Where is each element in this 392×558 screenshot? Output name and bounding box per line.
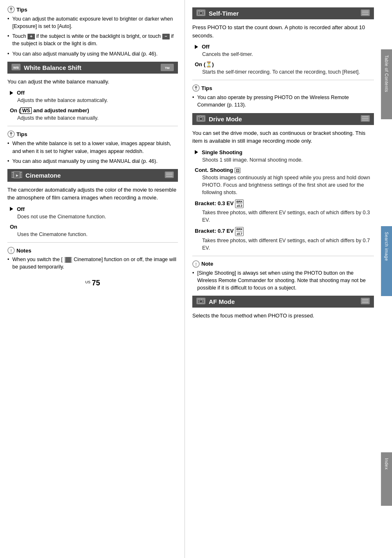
tips-wb-title: Tips [16, 131, 28, 137]
self-timer-desc: Press PHOTO to start the count down. A p… [192, 23, 374, 39]
tips-top-header: Tips [7, 6, 178, 13]
note-drive-title: Note [201, 261, 213, 267]
svg-rect-26 [65, 257, 71, 263]
svg-rect-28 [71, 257, 72, 262]
drive-option-single-title: Single Shooting [195, 149, 374, 155]
timer-option-on: On (⏳) Starts the self-timer recording. … [192, 61, 374, 76]
wb-option-on-title: On (WS and adjusted number) [10, 107, 178, 113]
tips-timer-list: You can also operate by pressing PHOTO o… [192, 94, 374, 109]
list-item: You can also adjust manually by using th… [7, 157, 178, 165]
list-item: You can also adjust manually by using th… [7, 50, 178, 58]
list-item: You can adjust the automatic exposure le… [7, 15, 178, 30]
white-balance-desc: You can adjust the white balance manuall… [7, 78, 178, 86]
arrow-icon [195, 45, 198, 49]
timer-option-on-title: On (⏳) [195, 61, 374, 67]
sidebar-item-search[interactable]: Search image [381, 226, 392, 296]
tips-wb-list: When the white balance is set to a lower… [7, 140, 178, 164]
svg-text:TM: TM [165, 66, 170, 70]
svg-rect-45 [199, 116, 201, 117]
svg-point-32 [200, 12, 202, 14]
arrow-icon [195, 150, 198, 154]
note-drive-box: ! Note [Single Shooting] is always set w… [192, 260, 374, 292]
note-drive-icon: ! [192, 260, 200, 268]
drive-option-cont-desc: Shoots images continuously at high speed… [195, 174, 374, 196]
svg-rect-2 [11, 11, 12, 12]
cine-option-off-title: Off [10, 206, 178, 212]
tips-wb-header: Tips [7, 130, 178, 138]
cine-option-on-desc: Uses the Cinematone function. [10, 231, 178, 238]
page-number-area: US 75 [7, 279, 178, 287]
svg-text:!: ! [10, 248, 12, 253]
drive-option-brk07-desc: Takes three photos, with different EV se… [195, 237, 374, 252]
svg-rect-39 [196, 89, 197, 90]
svg-rect-14 [12, 176, 13, 177]
tips-top-list: You can adjust the automatic exposure le… [7, 15, 178, 58]
svg-rect-1 [11, 11, 12, 11]
list-item: You can also operate by pressing PHOTO o… [192, 94, 374, 109]
wb-option-off-desc: Adjusts the white balance automatically. [10, 97, 178, 104]
af-mode-icon [196, 298, 205, 306]
af-mode-header: AF Mode [192, 296, 374, 308]
white-balance-body: You can adjust the white balance manuall… [7, 78, 178, 122]
drive-option-brk03-title: Bracket: 0.3 EV BRK±0.3 [195, 199, 374, 208]
cinematone-header: ▶ Cinematone [7, 169, 178, 182]
cont-shoot-icon: ⊡ [235, 168, 240, 173]
right-column: Self-Timer Press PHOTO to start the coun… [185, 0, 380, 558]
svg-rect-12 [12, 172, 13, 174]
wb-option-off: Off Adjusts the white balance automatica… [7, 90, 178, 104]
drive-mode-body: You can set the drive mode, such as cont… [192, 129, 374, 252]
drive-mode-title: Drive Mode [209, 116, 242, 123]
self-timer-icon [196, 9, 205, 17]
self-timer-title: Self-Timer [209, 10, 239, 17]
af-mode-body: Selects the focus method when PHOTO is p… [192, 312, 374, 320]
sidebar-item-index[interactable]: Index [381, 452, 392, 506]
drive-mode-header-left: Drive Mode [196, 115, 242, 123]
svg-point-44 [200, 118, 202, 120]
drive-option-brk03: Bracket: 0.3 EV BRK±0.3 Takes three phot… [192, 199, 374, 224]
drive-option-single: Single Shooting Shoots 1 still image. No… [192, 149, 374, 164]
drive-option-single-desc: Shoots 1 still image. Normal shooting mo… [195, 156, 374, 164]
note-drive-header: ! Note [192, 260, 374, 268]
timer-option-off: Off Cancels the self-timer. [192, 44, 374, 58]
drive-mode-desc: You can set the drive mode, such as cont… [192, 129, 374, 145]
af-mode-header-left: AF Mode [196, 298, 235, 306]
cinematone-body: The camcorder automatically adjusts the … [7, 186, 178, 238]
svg-rect-56 [199, 299, 201, 300]
af-mode-desc: Selects the focus method when PHOTO is p… [192, 312, 374, 320]
cinematone-title: Cinematone [25, 172, 61, 179]
cine-option-off-desc: Does not use the Cinematone function. [10, 213, 178, 220]
left-column: Tips You can adjust the automatic exposu… [0, 0, 185, 558]
minus-button-icon: − [162, 34, 170, 39]
sidebar-item-toc[interactable]: Table of Contents [381, 49, 392, 119]
list-item: When the white balance is set to a lower… [7, 140, 178, 155]
svg-rect-9 [11, 136, 12, 136]
tips-timer-icon [192, 84, 200, 92]
svg-rect-17 [21, 174, 22, 176]
drive-mode-icon [196, 115, 205, 123]
af-mode-menu-icon [361, 298, 370, 306]
svg-rect-40 [196, 90, 197, 90]
svg-point-55 [200, 301, 202, 302]
tm-badge: TM [161, 64, 174, 71]
note-drive-list: [Single Shooting] is always set when usi… [192, 269, 374, 292]
notes-cine-header: ! Notes [7, 247, 178, 254]
svg-text:!: ! [195, 262, 197, 267]
wb-option-on-desc: Adjusts the white balance manually. [10, 114, 178, 122]
arrow-icon [10, 91, 13, 95]
notes-cine-list: When you switch the [ Cinematone] functi… [7, 256, 178, 271]
white-balance-header-left: WB White Balance Shift [12, 64, 81, 72]
drive-option-cont-title: Cont. Shooting ⊡ [195, 167, 374, 173]
cinematone-desc: The camcorder automatically adjusts the … [7, 186, 178, 202]
white-balance-title: White Balance Shift [24, 64, 81, 71]
svg-rect-27 [64, 257, 65, 262]
tips-timer-title: Tips [201, 85, 212, 91]
timer-option-off-title: Off [195, 44, 374, 50]
cine-option-off: Off Does not use the Cinematone function… [7, 206, 178, 220]
drive-option-cont: Cont. Shooting ⊡ Shoots images continuou… [192, 167, 374, 196]
content-area: Tips You can adjust the automatic exposu… [0, 0, 380, 558]
wb-icon: WB [12, 64, 21, 72]
list-item: Touch + if the subject is white or the b… [7, 32, 178, 47]
svg-text:WB: WB [13, 66, 19, 69]
notes-cine-title: Notes [16, 248, 31, 254]
self-timer-body: Press PHOTO to start the count down. A p… [192, 23, 374, 76]
